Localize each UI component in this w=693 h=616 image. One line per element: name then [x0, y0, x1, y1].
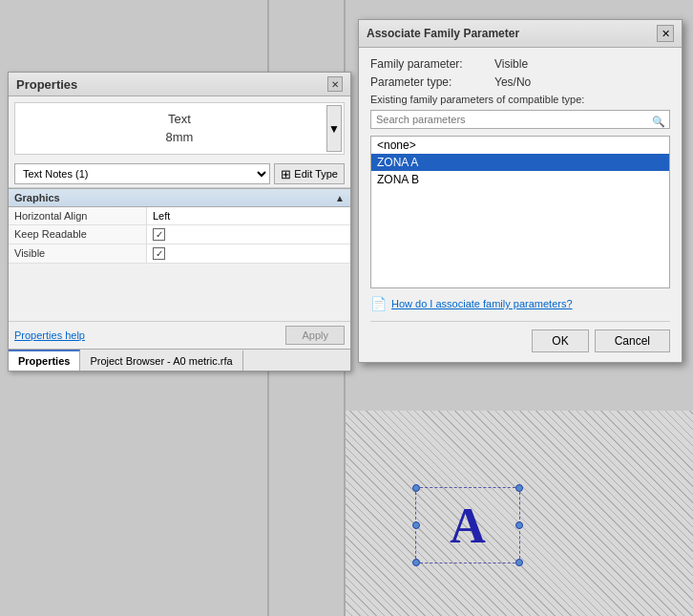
tab-project-browser[interactable]: Project Browser - A0 metric.rfa — [80, 350, 242, 371]
param-item-zona-a-label: ZONA A — [377, 156, 418, 169]
preview-line1: Text — [166, 111, 194, 128]
param-item-none-label: <none> — [377, 138, 416, 152]
prop-label-horizontal-align: Horizontal Align — [9, 207, 147, 224]
search-icon: 🔍 — [652, 115, 665, 127]
panel-titlebar: Properties ✕ — [9, 73, 350, 96]
prop-value-horizontal-align: Left — [147, 207, 350, 224]
afp-ok-button[interactable]: OK — [532, 329, 588, 352]
tab-properties[interactable]: Properties — [9, 350, 80, 371]
afp-footer-link-area: 📄 How do I associate family parameters? — [370, 296, 670, 311]
canvas-text-element[interactable]: A — [415, 487, 520, 563]
param-item-zona-b-label: ZONA B — [377, 173, 419, 186]
preview-line2: 8mm — [166, 129, 194, 146]
prop-value-visible[interactable]: ✓ — [147, 244, 350, 263]
canvas-letter-a: A — [450, 498, 486, 554]
handle-bottom-left[interactable] — [412, 559, 420, 566]
prop-value-keep-readable[interactable]: ✓ — [147, 225, 350, 244]
params-list[interactable]: <none> ZONA A ZONA B — [370, 136, 670, 288]
prop-label-keep-readable: Keep Readable — [9, 225, 147, 244]
afp-dialog: Associate Family Parameter ✕ Family para… — [358, 19, 682, 363]
afp-titlebar: Associate Family Parameter ✕ — [359, 20, 682, 48]
param-item-none[interactable]: <none> — [371, 137, 669, 154]
tab-properties-label: Properties — [18, 355, 70, 367]
search-container: 🔍 — [370, 110, 670, 132]
apply-button[interactable]: Apply — [285, 326, 345, 345]
prop-row-keep-readable: Keep Readable ✓ — [9, 225, 350, 244]
checkbox-visible[interactable]: ✓ — [153, 247, 165, 260]
properties-panel: Properties ✕ Text 8mm ▼ Text Notes (1) ⊞… — [8, 72, 351, 372]
checkbox-keep-readable[interactable]: ✓ — [153, 228, 165, 241]
afp-button-row: OK Cancel — [370, 321, 670, 352]
param-item-zona-b[interactable]: ZONA B — [371, 171, 669, 188]
prop-label-visible: Visible — [9, 244, 147, 263]
tab-project-browser-label: Project Browser - A0 metric.rfa — [90, 355, 232, 367]
afp-family-param-label: Family parameter: — [370, 57, 494, 71]
afp-param-type-label: Parameter type: — [370, 75, 494, 89]
type-selector-row: Text Notes (1) ⊞ Edit Type — [9, 160, 350, 188]
graphics-section-header: Graphics ▲ — [9, 188, 350, 207]
afp-family-param-row: Family parameter: Visible — [370, 57, 670, 71]
afp-param-type-value: Yes/No — [494, 75, 531, 89]
panel-title: Properties — [16, 77, 77, 92]
afp-cancel-button[interactable]: Cancel — [595, 329, 670, 352]
afp-param-type-row: Parameter type: Yes/No — [370, 75, 670, 89]
handle-bottom-right[interactable] — [515, 559, 523, 566]
new-param-icon[interactable]: 📄 — [370, 296, 386, 311]
panel-close-button[interactable]: ✕ — [327, 76, 343, 92]
graphics-section-label: Graphics — [14, 192, 60, 203]
param-item-zona-a[interactable]: ZONA A — [371, 154, 669, 171]
afp-close-button[interactable]: ✕ — [657, 25, 674, 42]
preview-text: Text 8mm — [166, 111, 194, 145]
prop-row-visible: Visible ✓ — [9, 244, 350, 264]
section-collapse-button[interactable]: ▲ — [335, 193, 345, 203]
handle-right[interactable] — [515, 521, 523, 529]
type-dropdown[interactable]: Text Notes (1) — [14, 163, 270, 184]
panel-bottom: Properties help Apply — [9, 321, 350, 349]
checkbox-check-visible: ✓ — [156, 248, 163, 259]
preview-dropdown-button[interactable]: ▼ — [326, 105, 342, 152]
edit-type-button[interactable]: ⊞ Edit Type — [274, 163, 345, 184]
preview-area: Text 8mm ▼ — [14, 102, 345, 155]
checkbox-check-keep-readable: ✓ — [156, 229, 163, 240]
edit-type-label: Edit Type — [294, 168, 338, 180]
properties-help-link[interactable]: Properties help — [14, 329, 85, 341]
spacer — [9, 264, 350, 321]
search-input[interactable] — [370, 110, 670, 129]
handle-top-left[interactable] — [412, 484, 420, 492]
edit-type-icon: ⊞ — [281, 167, 291, 181]
afp-family-param-value: Visible — [494, 57, 528, 71]
tab-bar: Properties Project Browser - A0 metric.r… — [9, 349, 350, 371]
handle-left[interactable] — [412, 521, 420, 529]
prop-row-horizontal-align: Horizontal Align Left — [9, 207, 350, 225]
afp-body: Family parameter: Visible Parameter type… — [359, 48, 682, 362]
afp-existing-label: Existing family parameters of compatible… — [370, 94, 670, 105]
handle-top-right[interactable] — [515, 484, 523, 492]
afp-dialog-title: Associate Family Parameter — [367, 27, 519, 40]
afp-how-to-link[interactable]: How do I associate family parameters? — [391, 298, 573, 309]
